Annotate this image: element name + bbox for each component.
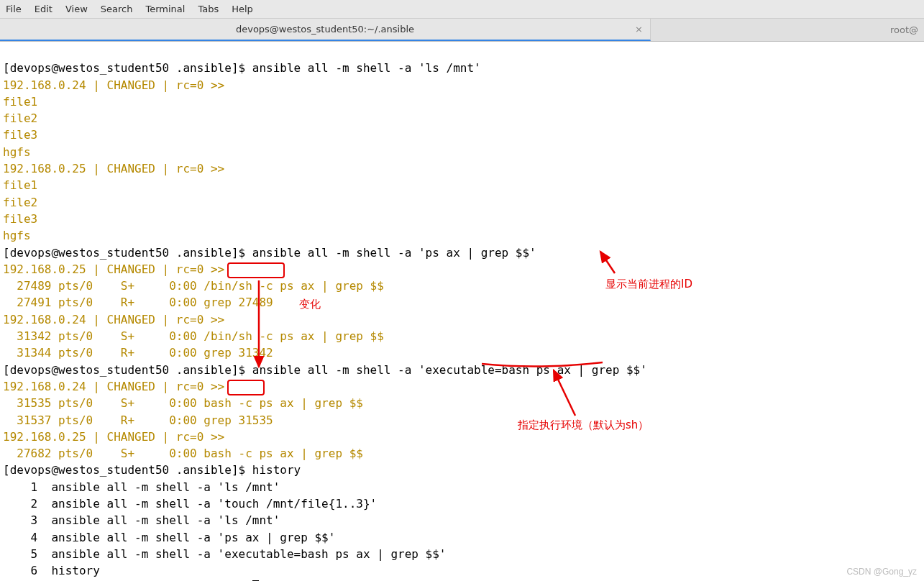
- menu-search[interactable]: Search: [101, 4, 133, 14]
- command: history: [252, 463, 301, 477]
- output-line: 192.168.0.24 | CHANGED | rc=0 >>: [3, 380, 224, 393]
- output-line: 192.168.0.25 | CHANGED | rc=0 >>: [3, 162, 224, 175]
- output-line: 27489 pts/0 S+ 0:00 /bin/sh -c ps ax | g…: [3, 279, 384, 293]
- menu-edit[interactable]: Edit: [35, 4, 52, 14]
- command: ansible all -m shell -a 'ls /mnt': [252, 61, 481, 75]
- terminal-output[interactable]: [devops@westos_student50 .ansible]$ ansi…: [0, 42, 924, 581]
- tab-bar: devops@westos_student50:~/.ansible × roo…: [0, 19, 924, 42]
- output-line: file3: [3, 128, 37, 142]
- menu-view[interactable]: View: [65, 4, 88, 14]
- output-line: 192.168.0.24 | CHANGED | rc=0 >>: [3, 313, 224, 326]
- output-line: 31342 pts/0 S+ 0:00 /bin/sh -c ps ax | g…: [3, 329, 384, 343]
- output-line: 192.168.0.25 | CHANGED | rc=0 >>: [3, 262, 224, 276]
- tab-inactive-label: root@: [890, 24, 918, 35]
- prompt: [devops@westos_student50 .ansible]$: [3, 246, 252, 260]
- tab-active-label: devops@westos_student50:~/.ansible: [236, 24, 414, 35]
- watermark: CSDN @Gong_yz: [846, 567, 917, 577]
- prompt: [devops@westos_student50 .ansible]$: [3, 61, 252, 75]
- output-line: hgfs: [3, 229, 31, 242]
- output-line: 31537 pts/0 R+ 0:00 grep 31535: [3, 413, 273, 427]
- menu-terminal[interactable]: Terminal: [145, 4, 185, 14]
- prompt: [devops@westos_student50 .ansible]$: [3, 463, 252, 477]
- output-line: 2 ansible all -m shell -a 'touch /mnt/fi…: [3, 497, 377, 511]
- command: ansible all -m shell -a 'ps ax | grep $$…: [252, 246, 536, 260]
- prompt: [devops@westos_student50 .ansible]$: [3, 363, 252, 377]
- output-line: 6 history: [3, 564, 100, 577]
- output-line: hgfs: [3, 145, 31, 159]
- menu-file[interactable]: File: [6, 4, 22, 14]
- output-line: 27682 pts/0 S+ 0:00 bash -c ps ax | grep…: [3, 447, 363, 460]
- output-line: file1: [3, 178, 37, 192]
- output-line: file3: [3, 212, 37, 226]
- output-line: file1: [3, 95, 37, 109]
- output-line: 4 ansible all -m shell -a 'ps ax | grep …: [3, 531, 335, 544]
- output-line: 5 ansible all -m shell -a 'executable=ba…: [3, 547, 447, 561]
- output-line: file2: [3, 196, 37, 209]
- output-line: 3 ansible all -m shell -a 'ls /mnt': [3, 513, 280, 527]
- output-line: 31344 pts/0 R+ 0:00 grep 31342: [3, 346, 273, 360]
- output-line: 1 ansible all -m shell -a 'ls /mnt': [3, 480, 280, 494]
- output-line: 27491 pts/0 R+ 0:00 grep 27489: [3, 296, 273, 309]
- output-line: 31535 pts/0 S+ 0:00 bash -c ps ax | grep…: [3, 396, 363, 410]
- menu-help[interactable]: Help: [232, 4, 253, 14]
- menu-bar: File Edit View Search Terminal Tabs Help: [0, 0, 924, 19]
- menu-tabs[interactable]: Tabs: [198, 4, 219, 14]
- output-line: 192.168.0.25 | CHANGED | rc=0 >>: [3, 430, 224, 444]
- command: ansible all -m shell -a 'executable=bash…: [252, 363, 647, 377]
- close-icon[interactable]: ×: [635, 24, 643, 35]
- tab-inactive[interactable]: root@: [651, 19, 924, 41]
- output-line: 192.168.0.24 | CHANGED | rc=0 >>: [3, 78, 224, 92]
- output-line: file2: [3, 111, 37, 125]
- tab-active[interactable]: devops@westos_student50:~/.ansible ×: [0, 19, 651, 41]
